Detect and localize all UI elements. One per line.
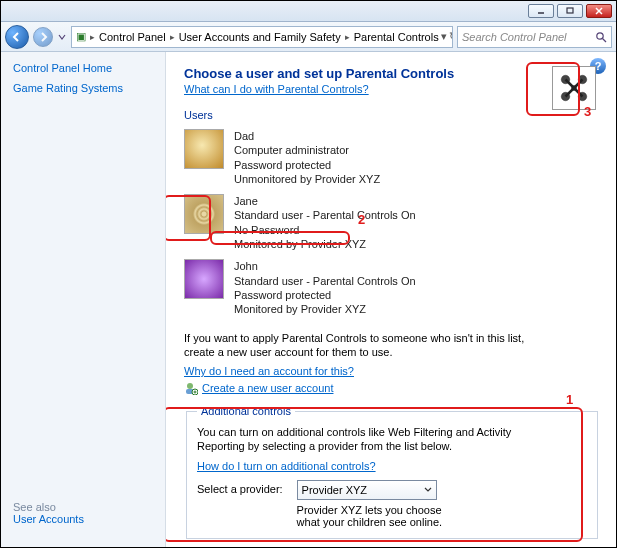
create-new-user-link[interactable]: Create a new user account xyxy=(202,382,333,394)
user-name: John xyxy=(234,259,416,273)
svg-line-5 xyxy=(603,38,607,42)
user-name: Dad xyxy=(234,129,380,143)
search-icon xyxy=(595,31,607,43)
how-turn-on-link[interactable]: How do I turn on additional controls? xyxy=(197,460,376,472)
user-monitor-status: Unmonitored by Provider XYZ xyxy=(234,172,380,186)
user-monitor-status: Monitored by Provider XYZ xyxy=(234,302,416,316)
close-button[interactable] xyxy=(586,4,612,18)
search-placeholder: Search Control Panel xyxy=(462,31,595,43)
page-title: Choose a user and set up Parental Contro… xyxy=(184,66,600,81)
navigation-toolbar: ▣ ▸ Control Panel ▸ User Accounts and Fa… xyxy=(1,22,616,52)
svg-point-4 xyxy=(597,32,603,38)
additional-controls-group: Additional controls You can turn on addi… xyxy=(186,405,598,539)
user-monitor-status: Monitored by Provider XYZ xyxy=(234,237,416,251)
breadcrumb-item[interactable]: Control Panel xyxy=(99,31,166,43)
see-also-label: See also xyxy=(13,501,56,513)
what-can-i-do-link[interactable]: What can I do with Parental Controls? xyxy=(184,83,369,95)
additional-controls-description: You can turn on additional controls like… xyxy=(197,425,557,454)
user-password-status: Password protected xyxy=(234,288,416,302)
user-row[interactable]: Jane Standard user - Parental Controls O… xyxy=(184,194,600,251)
chevron-right-icon: ▸ xyxy=(343,32,352,42)
svg-rect-1 xyxy=(567,8,573,13)
why-need-account-link[interactable]: Why do I need an account for this? xyxy=(184,365,354,377)
chevron-down-icon xyxy=(424,486,432,494)
breadcrumb-item[interactable]: User Accounts and Family Safety xyxy=(179,31,341,43)
user-role: Standard user - Parental Controls On xyxy=(234,274,416,288)
forward-button[interactable] xyxy=(33,27,53,47)
provider-description: Provider XYZ lets you choose what your c… xyxy=(297,504,447,528)
chevron-down-icon[interactable]: ▾ xyxy=(441,30,447,43)
user-row[interactable]: Dad Computer administrator Password prot… xyxy=(184,129,600,186)
user-row[interactable]: John Standard user - Parental Controls O… xyxy=(184,259,600,316)
left-navigation: Control Panel Home Game Rating Systems S… xyxy=(1,52,166,547)
add-user-icon xyxy=(184,381,198,395)
user-avatar xyxy=(184,259,224,299)
new-user-description: If you want to apply Parental Controls t… xyxy=(184,331,554,360)
search-input[interactable]: Search Control Panel xyxy=(457,26,612,48)
user-role: Standard user - Parental Controls On xyxy=(234,208,416,222)
refresh-icon[interactable]: ↻ xyxy=(449,30,453,43)
minimize-button[interactable] xyxy=(528,4,554,18)
provider-selected-value: Provider XYZ xyxy=(302,484,367,496)
control-panel-home-link[interactable]: Control Panel Home xyxy=(13,62,153,74)
user-avatar xyxy=(184,194,224,234)
back-button[interactable] xyxy=(5,25,29,49)
game-rating-systems-link[interactable]: Game Rating Systems xyxy=(13,82,153,94)
chevron-right-icon: ▸ xyxy=(168,32,177,42)
svg-point-15 xyxy=(187,383,193,389)
breadcrumb-item[interactable]: Parental Controls xyxy=(354,31,439,43)
user-role: Computer administrator xyxy=(234,143,380,157)
breadcrumb[interactable]: ▣ ▸ Control Panel ▸ User Accounts and Fa… xyxy=(71,26,453,48)
control-panel-icon: ▣ xyxy=(76,30,86,43)
chevron-right-icon: ▸ xyxy=(88,32,97,42)
maximize-button[interactable] xyxy=(557,4,583,18)
user-accounts-link[interactable]: User Accounts xyxy=(13,513,84,525)
select-provider-label: Select a provider: xyxy=(197,480,283,495)
user-password-status: No Password xyxy=(234,223,416,237)
user-avatar xyxy=(184,129,224,169)
provider-dropdown[interactable]: Provider XYZ xyxy=(297,480,437,500)
additional-controls-legend: Additional controls xyxy=(197,405,295,417)
window-titlebar xyxy=(1,1,616,22)
user-password-status: Password protected xyxy=(234,158,380,172)
provider-logo xyxy=(552,66,596,110)
user-name: Jane xyxy=(234,194,416,208)
main-content: ? Choose a user and set up Parental Cont… xyxy=(166,52,616,547)
users-section-label: Users xyxy=(184,109,600,121)
nav-history-dropdown[interactable] xyxy=(57,27,67,47)
